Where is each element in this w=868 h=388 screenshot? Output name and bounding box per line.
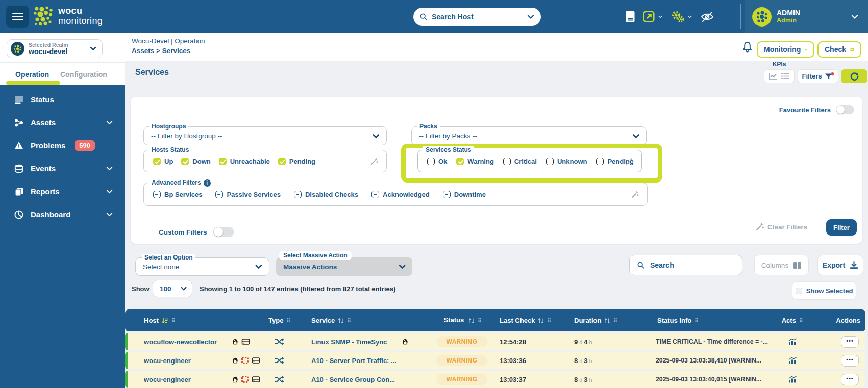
magic-wand-icon[interactable] bbox=[370, 158, 378, 165]
magic-wand-icon[interactable] bbox=[626, 158, 633, 165]
sort-icon[interactable] bbox=[604, 318, 610, 324]
menu-toggle-button[interactable] bbox=[6, 6, 29, 28]
kpi-list-icon[interactable] bbox=[781, 73, 789, 80]
advanced-disabled-checks[interactable]: Disabled Checks bbox=[294, 191, 358, 198]
column-header-status-info[interactable]: Status Info ⠿ bbox=[633, 317, 778, 324]
hosts-status-down[interactable]: Down bbox=[181, 158, 210, 165]
sidebar-item-assets[interactable]: Assets bbox=[0, 111, 125, 134]
kpi-chart-icon[interactable] bbox=[769, 73, 777, 80]
column-drag-handle[interactable]: ⠿ bbox=[695, 318, 698, 323]
checkbox-unchecked-icon bbox=[546, 158, 554, 165]
hosts-status-up[interactable]: Up bbox=[153, 158, 173, 165]
monitoring-mode-button[interactable]: Monitoring bbox=[757, 41, 814, 58]
packs-select[interactable]: Packs -- Filter by Packs -- bbox=[411, 126, 647, 145]
host-name-link[interactable]: wocuflow-newcollector bbox=[144, 338, 230, 346]
column-header-type[interactable]: Type ⠿ bbox=[265, 317, 293, 324]
services-status-warning[interactable]: Warning bbox=[456, 158, 494, 165]
services-table: Host ⠿ Type ⠿ Service ⠿ Status ⠿ bbox=[125, 309, 865, 388]
column-header-duration[interactable]: Duration ⠿ bbox=[564, 317, 633, 324]
column-drag-handle[interactable]: ⠿ bbox=[347, 318, 351, 323]
custom-filters-toggle[interactable] bbox=[213, 227, 234, 237]
sidebar-item-events[interactable]: Events bbox=[0, 157, 125, 180]
breadcrumb-current: Assets > Services bbox=[132, 47, 190, 55]
settings-gears-icon[interactable] bbox=[671, 10, 684, 23]
show-selected-toggle[interactable]: Show Selected bbox=[792, 281, 856, 300]
sort-icon[interactable] bbox=[538, 318, 544, 324]
export-button[interactable]: Export bbox=[817, 255, 863, 275]
hostgroups-select[interactable]: Hostgroups -- Filter by Hostgroup -- bbox=[143, 126, 387, 145]
host-search-input[interactable]: Search Host bbox=[413, 8, 541, 26]
sidebar-item-status[interactable]: Status bbox=[0, 88, 125, 111]
advanced-passive-services[interactable]: Passive Services bbox=[215, 191, 281, 198]
chevron-down-icon bbox=[632, 132, 640, 140]
column-header-status[interactable]: Status ⠿ bbox=[431, 317, 492, 324]
favourite-filters-toggle[interactable] bbox=[836, 105, 854, 114]
column-header-host[interactable]: Host ⠿ bbox=[125, 317, 265, 324]
clear-filters-button[interactable]: Clear Filters bbox=[756, 223, 807, 231]
service-name-link[interactable]: Linux SNMP - TimeSync bbox=[311, 338, 399, 346]
linux-icon bbox=[232, 357, 238, 364]
column-header-service[interactable]: Service ⠿ bbox=[293, 317, 431, 324]
column-header-acts[interactable]: Acts ⠿ bbox=[778, 317, 806, 324]
massive-action-dropdown[interactable]: Select Massive Action Massive Actions bbox=[276, 257, 412, 276]
checkbox-unchecked-icon bbox=[596, 158, 604, 165]
sidebar-item-dashboard[interactable]: Dashboard bbox=[0, 203, 125, 226]
table-row[interactable]: wocuflow-newcollector bbox=[125, 333, 865, 350]
realm-selector[interactable]: Selected Realm wocu-devel bbox=[7, 39, 103, 58]
chevron-down-icon bbox=[106, 119, 113, 126]
table-row[interactable]: wocu-engineer bbox=[125, 352, 865, 369]
hosts-status-unreachable[interactable]: Unreachable bbox=[219, 158, 270, 165]
table-row[interactable]: wocu-engineer bbox=[125, 371, 865, 388]
eye-slash-icon[interactable] bbox=[700, 11, 714, 23]
columns-button[interactable]: Columns bbox=[754, 255, 809, 275]
services-status-unknown[interactable]: Unknown bbox=[546, 158, 587, 165]
sort-icon[interactable] bbox=[468, 318, 475, 324]
table-search-input[interactable]: Search bbox=[629, 255, 742, 275]
services-status-ok[interactable]: Ok bbox=[427, 158, 447, 165]
breadcrumb: Wocu-Devel | Operation bbox=[132, 37, 205, 45]
acts-chart-icon[interactable] bbox=[788, 338, 797, 345]
external-link-icon[interactable] bbox=[643, 11, 655, 22]
hosts-status-pending[interactable]: Pending bbox=[278, 158, 315, 165]
sort-icon[interactable] bbox=[338, 318, 344, 324]
check-mode-button[interactable]: Check bbox=[817, 41, 861, 58]
acts-chart-icon[interactable] bbox=[788, 357, 797, 364]
column-drag-handle[interactable]: ⠿ bbox=[613, 318, 617, 323]
info-icon[interactable]: i bbox=[204, 179, 211, 187]
column-header-last-check[interactable]: Last Check ⠿ bbox=[492, 317, 564, 324]
service-name-link[interactable]: A10 - Service Group Con... bbox=[311, 376, 395, 383]
page-length-select[interactable]: 100 bbox=[153, 280, 192, 297]
column-drag-handle[interactable]: ⠿ bbox=[478, 318, 481, 323]
sort-desc-icon[interactable] bbox=[162, 318, 168, 324]
magic-wand-icon[interactable] bbox=[631, 191, 639, 198]
services-status-critical[interactable]: Critical bbox=[503, 158, 537, 165]
kpis-toggle-group[interactable] bbox=[764, 69, 795, 83]
advanced-acknowledged[interactable]: Acknowledged bbox=[371, 191, 430, 198]
monitoring-eye-icon bbox=[805, 46, 807, 53]
tab-configuration[interactable]: Configuration bbox=[60, 63, 107, 86]
search-icon bbox=[419, 13, 428, 21]
column-drag-handle[interactable]: ⠿ bbox=[287, 318, 290, 323]
sidebar-item-reports[interactable]: Reports bbox=[0, 180, 125, 203]
column-drag-handle[interactable]: ⠿ bbox=[799, 318, 803, 323]
advanced-downtime[interactable]: Downtime bbox=[443, 191, 486, 198]
column-drag-handle[interactable]: ⠿ bbox=[171, 318, 175, 323]
row-actions-button[interactable]: ••• bbox=[841, 336, 859, 348]
advanced-bp-services[interactable]: Bp Services bbox=[153, 191, 202, 198]
sidebar-item-problems[interactable]: Problems 590 bbox=[0, 134, 125, 157]
host-name-link[interactable]: wocu-engineer bbox=[144, 376, 230, 383]
notifications-bell-icon[interactable] bbox=[742, 41, 753, 53]
select-option-dropdown[interactable]: Select an Option Select none bbox=[135, 257, 269, 276]
service-name-link[interactable]: A10 - Server Port Traffic: ... bbox=[311, 357, 396, 365]
docs-book-icon[interactable] bbox=[625, 10, 635, 23]
row-actions-button[interactable]: ••• bbox=[841, 355, 859, 367]
apply-filter-button[interactable]: Filter bbox=[826, 219, 857, 236]
refresh-button[interactable] bbox=[841, 69, 867, 83]
checkbox-indeterminate-icon bbox=[215, 191, 223, 198]
row-actions-button[interactable]: ••• bbox=[841, 374, 859, 385]
filters-button[interactable]: Filters bbox=[798, 69, 838, 83]
column-drag-handle[interactable]: ⠿ bbox=[547, 318, 551, 323]
user-menu[interactable]: ADMIN Admin bbox=[745, 0, 868, 33]
host-name-link[interactable]: wocu-engineer bbox=[144, 357, 230, 365]
acts-chart-icon[interactable] bbox=[788, 376, 797, 383]
